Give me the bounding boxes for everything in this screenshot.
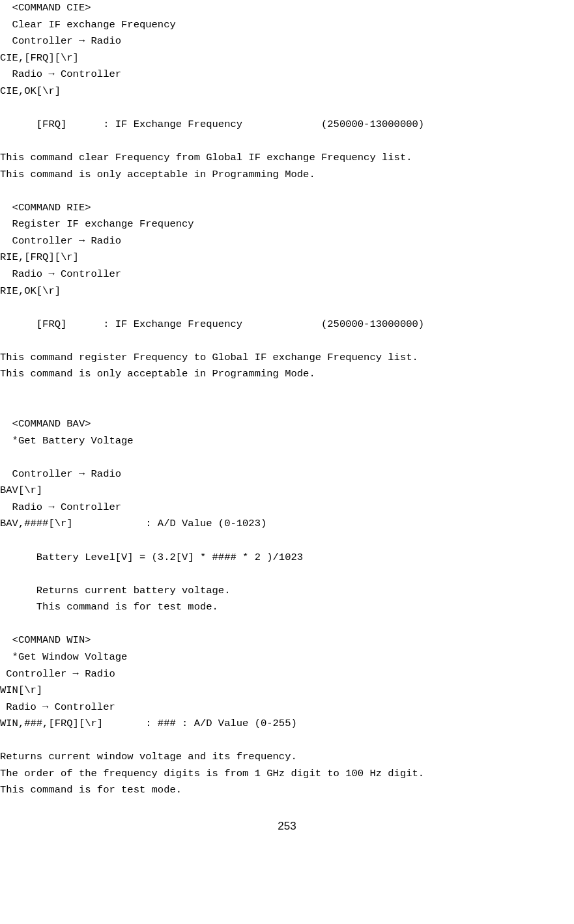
cie-dir2: Radio → Controller (0, 68, 121, 80)
win-header: <COMMAND WIN> (0, 634, 91, 646)
bav-title: *Get Battery Voltage (0, 435, 134, 447)
rie-desc1: This command register Frequency to Globa… (0, 352, 418, 363)
cie-header: <COMMAND CIE> (0, 2, 91, 14)
win-desc3: This command is for test mode. (0, 784, 182, 796)
rie-cmd1: RIE,[FRQ][\r] (0, 251, 79, 263)
page-number: 253 (0, 817, 574, 835)
rie-desc2: This command is only acceptable in Progr… (0, 368, 315, 380)
rie-header: <COMMAND RIE> (0, 202, 91, 214)
bav-dir2: Radio → Controller (0, 501, 121, 513)
win-title: *Get Window Voltage (0, 651, 127, 663)
cie-desc2: This command is only acceptable in Progr… (0, 169, 315, 180)
win-dir1: Controller → Radio (0, 668, 115, 680)
rie-cmd2: RIE,OK[\r] (0, 285, 61, 297)
bav-header: <COMMAND BAV> (0, 418, 91, 430)
bav-desc1: Returns current battery voltage. (0, 585, 230, 596)
bav-cmd2: BAV,####[\r] : A/D Value (0-1023) (0, 518, 266, 529)
win-desc1: Returns current window voltage and its f… (0, 751, 297, 763)
bav-cmd1: BAV[\r] (0, 484, 42, 496)
rie-title: Register IF exchange Frequency (0, 218, 194, 230)
win-desc2: The order of the frequency digits is fro… (0, 768, 424, 779)
bav-dir1: Controller → Radio (0, 468, 121, 480)
cie-cmd1: CIE,[FRQ][\r] (0, 52, 79, 64)
bav-formula: Battery Level[V] = (3.2[V] * #### * 2 )/… (0, 552, 303, 563)
win-cmd2: WIN,###,[FRQ][\r] : ### : A/D Value (0-2… (0, 718, 297, 729)
rie-dir1: Controller → Radio (0, 235, 121, 247)
rie-dir2: Radio → Controller (0, 268, 121, 280)
rie-param: [FRQ] : IF Exchange Frequency (250000-13… (0, 318, 424, 330)
cie-cmd2: CIE,OK[\r] (0, 85, 61, 97)
page-content: <COMMAND CIE> Clear IF exchange Frequenc… (0, 0, 574, 799)
cie-desc1: This command clear Frequency from Global… (0, 152, 412, 163)
cie-dir1: Controller → Radio (0, 35, 121, 47)
win-dir2: Radio → Controller (0, 701, 115, 713)
bav-desc2: This command is for test mode. (0, 601, 218, 613)
cie-param: [FRQ] : IF Exchange Frequency (250000-13… (0, 119, 424, 130)
win-cmd1: WIN[\r] (0, 684, 42, 696)
cie-title: Clear IF exchange Frequency (0, 19, 176, 31)
